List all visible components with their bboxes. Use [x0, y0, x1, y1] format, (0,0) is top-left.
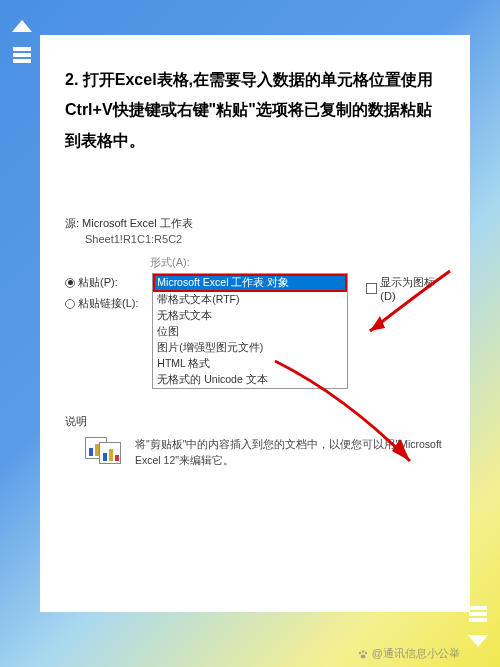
content-card: 2. 打开Excel表格,在需要导入数据的单元格位置使用Ctrl+V快捷键或右键… [40, 35, 470, 612]
list-item[interactable]: 图片(增强型图元文件) [153, 340, 347, 356]
format-listbox[interactable]: Microsoft Excel 工作表 对象 带格式文本(RTF) 无格式文本 … [152, 273, 348, 389]
svg-point-0 [359, 651, 362, 654]
paste-special-dialog: 源: Microsoft Excel 工作表 Sheet1!R1C1:R5C2 … [65, 216, 445, 469]
list-item[interactable]: 位图 [153, 324, 347, 340]
list-item[interactable]: 无格式的 Unicode 文本 [153, 372, 347, 388]
paste-icon [85, 437, 125, 465]
scroll-up-icon [10, 15, 34, 63]
svg-point-2 [365, 651, 368, 654]
list-item[interactable]: Microsoft Excel 工作表 对象 [153, 274, 347, 292]
instruction-text: 2. 打开Excel表格,在需要导入数据的单元格位置使用Ctrl+V快捷键或右键… [65, 65, 445, 156]
radio-icon [65, 299, 75, 309]
svg-point-3 [360, 654, 365, 658]
scroll-down-icon [466, 604, 490, 652]
list-item[interactable]: 带格式文本(RTF) [153, 292, 347, 308]
source-value: Sheet1!R1C1:R5C2 [85, 233, 445, 245]
radio-paste[interactable]: 粘贴(P): [65, 275, 144, 290]
checkbox-show-as-icon[interactable]: 显示为图标(D) [366, 273, 445, 302]
radio-paste-link[interactable]: 粘贴链接(L): [65, 296, 144, 311]
list-item[interactable]: HTML 格式 [153, 356, 347, 372]
description-label: 说明 [65, 414, 445, 429]
source-label: 源: Microsoft Excel 工作表 [65, 216, 445, 231]
watermark: @通讯信息小公举 [357, 646, 460, 661]
description-text: 将"剪贴板"中的内容插入到您的文档中，以便您可以用"Microsoft Exce… [135, 437, 445, 469]
checkbox-icon [366, 283, 377, 294]
svg-point-1 [362, 650, 365, 653]
paw-icon [357, 648, 369, 660]
radio-icon [65, 278, 75, 288]
list-item[interactable]: 无格式文本 [153, 308, 347, 324]
format-label: 形式(A): [150, 255, 445, 270]
